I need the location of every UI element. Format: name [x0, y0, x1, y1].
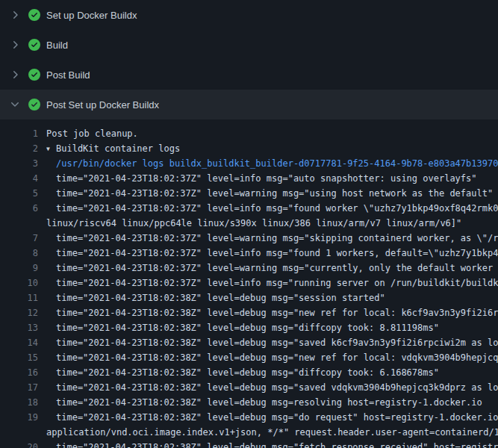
- check-circle-icon: [28, 69, 40, 81]
- step-label: Post Set up Docker Buildx: [46, 99, 159, 111]
- line-number[interactable]: 15: [0, 350, 38, 365]
- line-number[interactable]: 16: [0, 365, 38, 380]
- log-line: 18time="2021-04-23T18:02:38Z" level=debu…: [0, 395, 498, 410]
- log-text: time="2021-04-23T18:02:38Z" level=debug …: [46, 410, 498, 425]
- log-line: 20time="2021-04-23T18:02:38Z" level=debu…: [0, 440, 498, 448]
- log-line: application/vnd.oci.image.index.v1+json,…: [0, 425, 498, 440]
- log-text: time="2021-04-23T18:02:37Z" level=info m…: [46, 171, 498, 186]
- log-line: 3/usr/bin/docker logs buildx_buildkit_bu…: [0, 156, 498, 171]
- log-line: 10time="2021-04-23T18:02:37Z" level=info…: [0, 276, 498, 290]
- line-number[interactable]: 4: [0, 171, 38, 186]
- log-text: time="2021-04-23T18:02:38Z" level=debug …: [46, 320, 498, 335]
- line-number[interactable]: 3: [0, 156, 38, 171]
- line-number[interactable]: 10: [0, 276, 38, 290]
- line-number[interactable]: 8: [0, 246, 38, 261]
- step-row-1[interactable]: Build: [0, 30, 498, 60]
- group-toggle-icon[interactable]: ▼: [46, 142, 56, 156]
- line-number[interactable]: 12: [0, 305, 38, 320]
- log-line: 17time="2021-04-23T18:02:38Z" level=debu…: [0, 380, 498, 395]
- chevron-right-icon[interactable]: [9, 69, 21, 81]
- log-text: time="2021-04-23T18:02:38Z" level=debug …: [46, 290, 498, 305]
- log-text: time="2021-04-23T18:02:37Z" level=info m…: [46, 246, 498, 261]
- log-text: time="2021-04-23T18:02:37Z" level=warnin…: [46, 261, 498, 276]
- log-line: 15time="2021-04-23T18:02:38Z" level=debu…: [0, 350, 498, 365]
- log-text: time="2021-04-23T18:02:38Z" level=debug …: [46, 350, 498, 365]
- line-number[interactable]: 18: [0, 395, 38, 410]
- log-text: time="2021-04-23T18:02:38Z" level=debug …: [46, 305, 498, 320]
- log-text: time="2021-04-23T18:02:37Z" level=info m…: [46, 201, 498, 216]
- check-circle-icon: [28, 39, 40, 51]
- check-circle-icon: [28, 99, 40, 111]
- step-list: Set up Docker BuildxBuildPost BuildPost …: [0, 0, 498, 119]
- step-label: Build: [46, 40, 68, 51]
- log-line: 12time="2021-04-23T18:02:38Z" level=debu…: [0, 305, 498, 320]
- log-text: time="2021-04-23T18:02:37Z" level=info m…: [46, 276, 498, 290]
- log-line: 4time="2021-04-23T18:02:37Z" level=info …: [0, 171, 498, 186]
- chevron-down-icon[interactable]: [9, 99, 21, 111]
- log-text: time="2021-04-23T18:02:38Z" level=debug …: [46, 380, 498, 395]
- step-label: Set up Docker Buildx: [46, 10, 137, 21]
- line-number[interactable]: 20: [0, 440, 38, 448]
- chevron-right-icon[interactable]: [9, 39, 21, 51]
- line-number[interactable]: 6: [0, 201, 38, 216]
- log-line: 9time="2021-04-23T18:02:37Z" level=warni…: [0, 261, 498, 276]
- log-line: 16time="2021-04-23T18:02:38Z" level=debu…: [0, 365, 498, 380]
- actions-log-viewer: Set up Docker BuildxBuildPost BuildPost …: [0, 0, 498, 448]
- log-line: 11time="2021-04-23T18:02:38Z" level=debu…: [0, 290, 498, 305]
- group-label: BuildKit container logs: [56, 143, 180, 154]
- line-number[interactable]: 1: [0, 126, 38, 141]
- line-number: [0, 216, 38, 231]
- step-label: Post Build: [46, 69, 90, 81]
- line-number: [0, 425, 38, 440]
- log-text: time="2021-04-23T18:02:38Z" level=debug …: [46, 395, 498, 410]
- log-line: 2▼BuildKit container logs: [0, 141, 498, 156]
- log-text: time="2021-04-23T18:02:37Z" level=warnin…: [46, 231, 498, 246]
- log-text: Post job cleanup.: [46, 126, 498, 141]
- chevron-right-icon[interactable]: [9, 9, 21, 21]
- log-line: 6time="2021-04-23T18:02:37Z" level=info …: [0, 201, 498, 216]
- log-container: 1Post job cleanup.2▼BuildKit container l…: [0, 119, 498, 448]
- log-text: time="2021-04-23T18:02:38Z" level=debug …: [46, 365, 498, 380]
- line-number[interactable]: 19: [0, 410, 38, 425]
- line-number[interactable]: 9: [0, 261, 38, 276]
- command-text: /usr/bin/docker logs buildx_buildkit_bui…: [46, 156, 498, 171]
- group-line[interactable]: ▼BuildKit container logs: [46, 141, 498, 156]
- line-number[interactable]: 13: [0, 320, 38, 335]
- line-number[interactable]: 17: [0, 380, 38, 395]
- log-line: linux/riscv64 linux/ppc64le linux/s390x …: [0, 216, 498, 231]
- log-text: time="2021-04-23T18:02:38Z" level=debug …: [46, 335, 498, 350]
- check-circle-icon: [28, 9, 40, 21]
- log-line: 13time="2021-04-23T18:02:38Z" level=debu…: [0, 320, 498, 335]
- log-line: 5time="2021-04-23T18:02:37Z" level=warni…: [0, 186, 498, 201]
- line-number[interactable]: 7: [0, 231, 38, 246]
- log-line: 19time="2021-04-23T18:02:38Z" level=debu…: [0, 410, 498, 425]
- log-line: 14time="2021-04-23T18:02:38Z" level=debu…: [0, 335, 498, 350]
- log-line: 1Post job cleanup.: [0, 126, 498, 141]
- step-row-2[interactable]: Post Build: [0, 60, 498, 90]
- line-number[interactable]: 11: [0, 290, 38, 305]
- log-line: 7time="2021-04-23T18:02:37Z" level=warni…: [0, 231, 498, 246]
- line-number[interactable]: 14: [0, 335, 38, 350]
- step-row-3[interactable]: Post Set up Docker Buildx: [0, 90, 498, 119]
- log-text: linux/riscv64 linux/ppc64le linux/s390x …: [46, 216, 498, 231]
- line-number[interactable]: 5: [0, 186, 38, 201]
- line-number[interactable]: 2: [0, 141, 38, 156]
- log-text: time="2021-04-23T18:02:38Z" level=debug …: [46, 440, 498, 448]
- log-line: 8time="2021-04-23T18:02:37Z" level=info …: [0, 246, 498, 261]
- log-text: time="2021-04-23T18:02:37Z" level=warnin…: [46, 186, 498, 201]
- step-row-0[interactable]: Set up Docker Buildx: [0, 0, 498, 30]
- log-text: application/vnd.oci.image.index.v1+json,…: [46, 425, 498, 440]
